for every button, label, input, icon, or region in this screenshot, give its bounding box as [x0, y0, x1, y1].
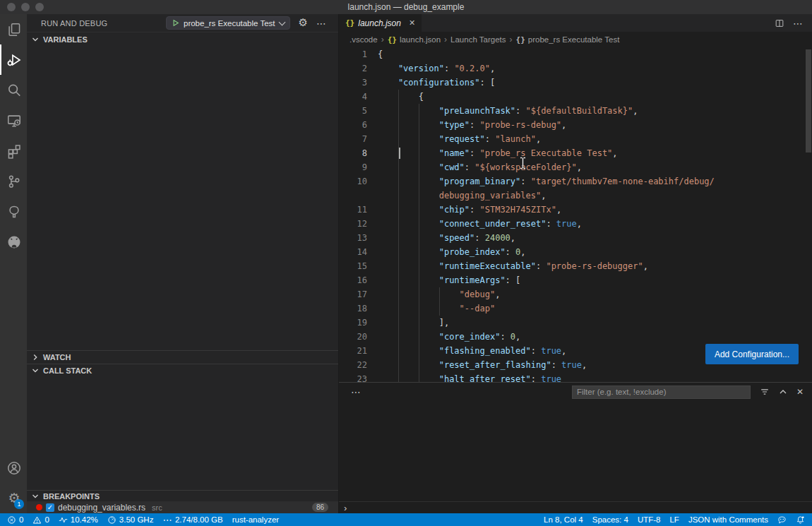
status-item-utf-8[interactable]: UTF-8 — [638, 515, 661, 524]
line-number[interactable]: 18 — [339, 301, 367, 316]
code-line[interactable]: 13"speed": 24000, — [339, 231, 812, 245]
status-item-3-50-ghz[interactable]: 3.50 GHz — [107, 515, 154, 525]
code-line[interactable]: 8"name": "probe_rs Executable Test", — [339, 146, 812, 160]
maximize-window-button[interactable] — [35, 3, 44, 11]
maximize-panel-icon[interactable] — [779, 388, 787, 396]
search-icon[interactable] — [0, 75, 27, 105]
configure-gear-icon[interactable]: ⚙ — [299, 18, 308, 28]
github-icon[interactable] — [0, 227, 27, 257]
line-number[interactable]: 19 — [339, 316, 367, 330]
line-number[interactable]: 8 — [339, 146, 367, 160]
line-number[interactable]: 20 — [339, 330, 367, 344]
code-line[interactable]: 12"connect_under_reset": true, — [339, 217, 812, 231]
test-explorer-icon[interactable] — [0, 196, 27, 227]
code-line[interactable]: 9"cwd": "${workspaceFolder}", — [339, 160, 812, 174]
breadcrumb-item[interactable]: {}probe_rs Executable Test — [516, 35, 620, 44]
debug-views-more-icon[interactable]: ⋯ — [316, 18, 327, 29]
breakpoint-count-badge: 86 — [312, 503, 328, 512]
code-line[interactable]: 10"program_binary": "target/thumbv7em-no… — [339, 174, 812, 189]
line-number[interactable]: 1 — [339, 47, 367, 61]
line-number[interactable]: 12 — [339, 217, 367, 231]
code-line[interactable]: 18"--dap" — [339, 301, 812, 316]
code-line[interactable]: 17"debug", — [339, 287, 812, 301]
status-item-10-42-[interactable]: 10.42% — [59, 515, 98, 525]
code-line[interactable]: 11"chip": "STM32H745ZITx", — [339, 203, 812, 217]
remote-explorer-icon[interactable] — [0, 105, 27, 136]
line-number[interactable]: 2 — [339, 61, 367, 76]
code-editor[interactable]: 1{2"version": "0.2.0",3"configurations":… — [339, 47, 812, 382]
breadcrumb-item[interactable]: .vscode — [350, 35, 378, 44]
code-line[interactable]: debugging_variables", — [339, 189, 812, 203]
line-number[interactable]: 22 — [339, 358, 367, 372]
line-number[interactable]: 9 — [339, 160, 367, 174]
code-line[interactable]: 15"runtimeExecutable": "probe-rs-debugge… — [339, 259, 812, 273]
extensions-icon[interactable] — [0, 136, 27, 166]
code-line[interactable]: 20"core_index": 0, — [339, 330, 812, 344]
line-number[interactable]: 14 — [339, 245, 367, 259]
console-input[interactable]: › — [339, 501, 812, 513]
explorer-icon[interactable] — [0, 14, 27, 44]
editor-scrollbar[interactable] — [806, 49, 811, 153]
line-number[interactable]: 3 — [339, 76, 367, 90]
line-number[interactable]: 23 — [339, 372, 367, 382]
status-item-0[interactable]: 0 — [32, 515, 49, 525]
code-line[interactable]: 6"type": "probe-rs-debug", — [339, 118, 812, 132]
minimize-window-button[interactable] — [21, 3, 30, 11]
console-filter-input[interactable] — [572, 385, 751, 399]
line-number[interactable]: 6 — [339, 118, 367, 132]
add-configuration-button[interactable]: Add Configuration... — [705, 344, 799, 364]
status-item-spaces-4[interactable]: Spaces: 4 — [592, 515, 628, 524]
close-tab-icon[interactable]: ✕ — [409, 18, 415, 28]
panel-more-icon[interactable]: ⋯ — [351, 386, 362, 398]
status-item-0[interactable]: 0 — [7, 515, 23, 525]
status-item-lf[interactable]: LF — [669, 515, 679, 524]
breadcrumb-item[interactable]: Launch Targets — [450, 35, 506, 44]
code-line[interactable]: 4{ — [339, 90, 812, 104]
line-number[interactable]: 7 — [339, 132, 367, 146]
code-line[interactable]: 5"preLaunchTask": "${defaultBuildTask}", — [339, 104, 812, 118]
run-and-debug-icon[interactable] — [0, 44, 27, 75]
code-line[interactable]: 14"probe_index": 0, — [339, 245, 812, 259]
breakpoints-section-header[interactable]: BREAKPOINTS — [27, 490, 338, 501]
line-number[interactable]: 4 — [339, 90, 367, 104]
account-icon[interactable] — [0, 453, 27, 483]
call-stack-section-header[interactable]: CALL STACK — [27, 364, 338, 377]
line-number[interactable]: 11 — [339, 203, 367, 217]
breakpoint-list-item[interactable]: ✓ debugging_variables.rs src 86 — [27, 501, 338, 513]
watch-section-header[interactable]: WATCH — [27, 350, 338, 364]
status-item-ln-8-col-4[interactable]: Ln 8, Col 4 — [544, 515, 583, 524]
variables-section-header[interactable]: VARIABLES — [27, 32, 338, 46]
breakpoint-checkbox[interactable]: ✓ — [46, 503, 54, 512]
code-line[interactable]: 3"configurations": [ — [339, 76, 812, 90]
code-line[interactable]: 2"version": "0.2.0", — [339, 61, 812, 76]
code-line[interactable]: 19], — [339, 316, 812, 330]
debug-config-dropdown[interactable]: probe_rs Executable Test — [166, 16, 290, 30]
filter-icon[interactable] — [760, 387, 770, 397]
split-editor-icon[interactable] — [775, 18, 784, 28]
line-number[interactable]: 21 — [339, 344, 367, 358]
line-number[interactable]: 16 — [339, 273, 367, 287]
close-panel-icon[interactable]: ✕ — [796, 387, 804, 397]
line-number[interactable]: 10 — [339, 174, 367, 189]
settings-gear-icon[interactable]: ⚙ 1 — [0, 483, 27, 513]
status-item-rust-analyzer[interactable]: rust-analyzer — [232, 515, 279, 524]
more-actions-icon[interactable]: ⋯ — [793, 18, 804, 29]
breadcrumb-item[interactable]: {}launch.json — [388, 35, 441, 44]
source-control-icon[interactable] — [0, 166, 27, 196]
status-item-2-74-8-00-gb[interactable]: ⋯2.74/8.00 GB — [162, 515, 222, 525]
status-item-json-with-comments[interactable]: JSON with Comments — [688, 515, 768, 524]
tab-launch-json[interactable]: {} launch.json ✕ — [339, 14, 422, 32]
line-number[interactable]: 17 — [339, 287, 367, 301]
code-token: "program_binary" — [439, 177, 521, 186]
line-number[interactable]: 13 — [339, 231, 367, 245]
status-item-bell-icon[interactable] — [796, 515, 805, 525]
code-line[interactable]: 16"runtimeArgs": [ — [339, 273, 812, 287]
status-item-feedback-icon[interactable] — [777, 515, 787, 525]
line-number[interactable] — [339, 189, 367, 203]
code-line[interactable]: 7"request": "launch", — [339, 132, 812, 146]
code-line[interactable]: 23"halt_after_reset": true — [339, 372, 812, 382]
line-number[interactable]: 15 — [339, 259, 367, 273]
close-window-button[interactable] — [7, 3, 16, 11]
line-number[interactable]: 5 — [339, 104, 367, 118]
code-line[interactable]: 1{ — [339, 47, 812, 61]
